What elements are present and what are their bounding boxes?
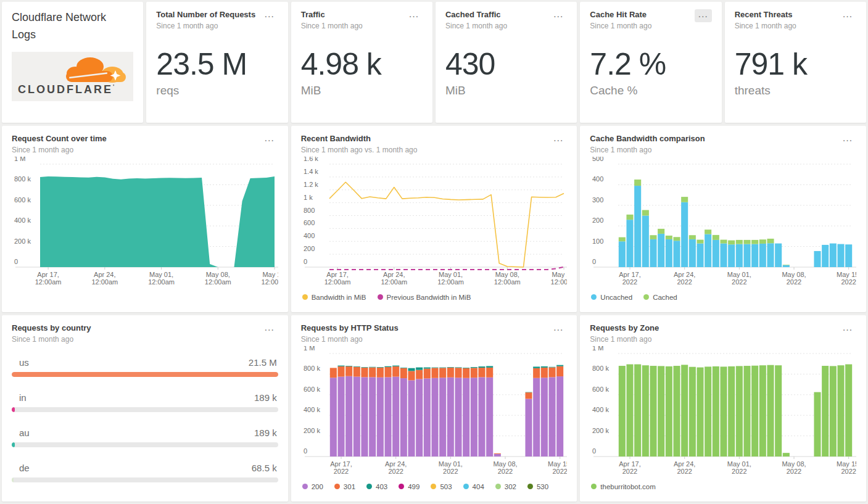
svg-text:May 01,2022: May 01,2022 [438,460,462,475]
stat-value: 7.2 % [590,46,711,82]
legend-label: 530 [537,483,548,490]
svg-text:May 08,2022: May 08,2022 [782,460,806,475]
legend: UncachedCached [590,294,856,301]
country-row: de68.5 k [12,463,278,482]
svg-text:May 15,2022: May 15,2022 [548,460,568,475]
panel-menu-button[interactable]: … [839,133,856,146]
svg-text:Apr 24,12:00am: Apr 24,12:00am [381,271,407,286]
svg-text:300: 300 [592,196,603,203]
legend-label: Cached [653,294,677,301]
legend-dot-icon [399,484,404,489]
svg-text:600 k: 600 k [304,385,320,392]
country-row: au189 k [12,428,278,447]
panel-menu-button[interactable]: … [839,323,856,336]
legend-item[interactable]: Uncached [591,294,632,301]
svg-text:Apr 24,2022: Apr 24,2022 [385,460,407,475]
stat-subtitle: Since 1 month ago [735,22,796,30]
svg-text:May 15,2022: May 15,2022 [837,271,856,286]
panel-menu-button[interactable]: … [839,9,856,22]
http-status-chart[interactable]: 1 M800 k600 k400 k200 k0Apr 17,2022Apr 2… [301,346,568,477]
svg-text:600 k: 600 k [592,385,609,392]
svg-text:600: 600 [304,219,315,226]
legend-item[interactable]: 302 [495,483,516,490]
recent-bandwidth-chart[interactable]: 1.6 k1.4 k1.2 k1 k8006004002000Apr 17,12… [301,157,568,287]
panel-menu-button[interactable]: … [550,133,567,146]
cache-bandwidth-chart[interactable]: 5004003002001000Apr 17,2022Apr 24,2022Ma… [590,157,856,287]
legend-item[interactable]: 301 [334,483,355,490]
dashboard-title: Cloudflare Network Logs [12,9,123,44]
country-bar-track [12,442,278,447]
country-label: us [19,357,29,368]
svg-text:May 15,12:00am: May 15,12:00am [550,271,567,286]
legend-item[interactable]: theburritobot.com [591,483,656,490]
country-bar-track [12,407,278,412]
request-count-chart[interactable]: 1 M800 k600 k400 k200 k0Apr 17,12:00amAp… [12,157,278,287]
legend-dot-icon [302,294,308,300]
legend-dot-icon [495,484,501,489]
svg-text:May 01,2022: May 01,2022 [727,460,751,475]
legend-item[interactable]: 503 [431,483,452,490]
legend-item[interactable]: 530 [527,483,548,490]
country-bar-fill [12,477,14,482]
panel-request-count: Request Count over time Since 1 month ag… [2,126,288,312]
svg-text:400 k: 400 k [304,406,320,413]
svg-text:0: 0 [592,447,596,455]
legend: 200301403499503404302530526524 [301,483,568,502]
legend-dot-icon [591,294,597,300]
svg-text:May 01,12:00am: May 01,12:00am [437,271,464,286]
country-row: us21.5 M [12,357,278,377]
svg-text:1 M: 1 M [14,157,25,162]
legend-item[interactable]: 404 [463,483,484,490]
panel-menu-button[interactable]: … [550,323,567,336]
stat-title: Recent Threats [735,9,796,20]
panel-menu-button[interactable]: … [261,323,278,336]
svg-text:Apr 17,2022: Apr 17,2022 [619,460,641,475]
legend-label: 200 [312,483,323,490]
panel-menu-button[interactable]: … [261,9,278,22]
panel-title: Requests by country [12,323,91,334]
country-row: in189 k [12,392,278,412]
stat-title: Cached Traffic [445,9,507,20]
svg-text:200: 200 [304,245,315,252]
legend-label: Bandwidth in MiB [312,294,366,301]
panel-cache-bandwidth: Cache Bandwidth comparison Since 1 month… [580,126,866,312]
svg-text:400: 400 [592,175,603,183]
legend-label: 302 [505,483,516,490]
dashboard: Cloudflare Network Logs CLOUDFLARE' Tota… [0,0,868,503]
legend: theburritobot.com [590,483,856,490]
stat-subtitle: Since 1 month ago [156,22,255,30]
country-label: in [19,392,27,403]
svg-text:1.6 k: 1.6 k [304,157,318,162]
legend-item[interactable]: 499 [399,483,420,490]
stat-value: 430 [445,46,567,82]
svg-text:200 k: 200 k [14,237,31,244]
legend-item[interactable]: Cached [643,294,677,301]
zone-chart[interactable]: 1 M800 k600 k400 k200 k0Apr 17,2022Apr 2… [590,346,856,477]
panel-menu-button[interactable]: … [695,9,712,22]
svg-text:0: 0 [304,258,307,265]
panel-title: Request Count over time [12,133,107,144]
svg-text:200: 200 [592,217,603,224]
stat-unit: threats [735,84,856,97]
svg-text:1 M: 1 M [592,346,603,352]
legend-item[interactable]: 200 [302,483,323,490]
country-label: de [19,463,30,473]
svg-text:May 08,2022: May 08,2022 [782,271,806,286]
legend-item[interactable]: Previous Bandwidth in MiB [378,294,471,301]
panel-requests-by-zone: Requests by Zone Since 1 month ago … 1 M… [580,315,866,502]
svg-text:Apr 17,12:00am: Apr 17,12:00am [324,271,350,286]
legend-label: 499 [408,483,420,490]
svg-text:0: 0 [592,258,596,265]
legend-dot-icon [463,484,469,489]
panel-menu-button[interactable]: … [550,9,567,22]
panel-title: Requests by HTTP Status [301,323,399,334]
panel-menu-button[interactable]: … [405,9,423,22]
legend-item[interactable]: 403 [366,483,387,490]
stat-value: 4.98 k [301,46,423,82]
country-value: 189 k [254,428,277,438]
panel-subtitle: Since 1 month ago [590,335,659,344]
panel-menu-button[interactable]: … [261,133,278,146]
legend-item[interactable]: Bandwidth in MiB [302,294,366,301]
legend-label: Uncached [600,294,632,301]
legend-dot-icon [302,484,308,489]
